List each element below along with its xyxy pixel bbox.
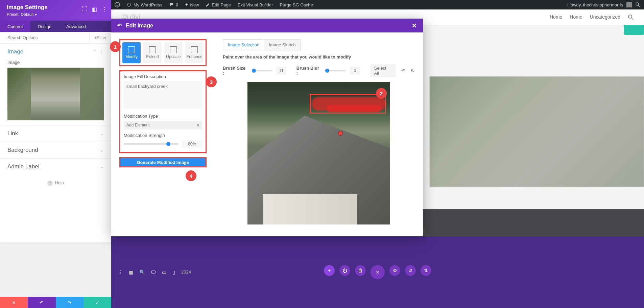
mode-enhance[interactable]: Enhance [185, 42, 204, 63]
bb-wireframe-icon[interactable]: ▦ [129, 269, 133, 275]
section-background[interactable]: Background⌄ [0, 142, 111, 158]
mode-modify[interactable]: Modify [122, 42, 141, 63]
wp-edit-label: Edit Page [212, 2, 231, 7]
help-icon: ? [47, 181, 53, 186]
sidebar-actions: ✕ ↶ ↷ ✓ [0, 297, 111, 308]
image-preview-thumb[interactable] [7, 68, 104, 120]
bb-phone-icon[interactable]: ▯ [172, 269, 175, 275]
footer-year: 2024 [181, 269, 191, 275]
bb-history[interactable]: ↺ [405, 265, 416, 276]
mod-strength-slider[interactable] [124, 143, 178, 145]
svg-point-0 [115, 2, 120, 7]
wp-exit-builder[interactable]: Exit Visual Builder [234, 0, 277, 9]
wp-exit-label: Exit Visual Builder [238, 2, 273, 7]
wp-logo[interactable] [111, 0, 123, 9]
close-icon[interactable]: ✕ [412, 22, 417, 29]
modal-header: ↶ Edit Image ✕ [111, 19, 423, 32]
brush-blur-label: Brush Blur : [296, 66, 321, 76]
panel-icon[interactable]: ◧ [92, 6, 97, 13]
bb-sort[interactable]: ⇅ [421, 265, 431, 276]
brush-controls: Brush Size : 11 Brush Blur : 0 Select Al… [223, 64, 415, 77]
section-image-label: Image [7, 48, 23, 55]
redo-button[interactable]: ↷ [56, 297, 84, 308]
back-icon[interactable]: ↶ [117, 22, 122, 29]
mod-strength-value: 80% [182, 140, 202, 148]
brush-blur-slider[interactable] [325, 70, 346, 71]
section-link[interactable]: Link⌄ [0, 125, 111, 142]
right-tabs: Image Selection Image Sketch [223, 39, 301, 50]
chevron-up-icon: ⌃ [93, 49, 96, 54]
nav-home-1[interactable]: Home [550, 14, 562, 20]
bb-trash[interactable]: 🗑 [355, 265, 366, 276]
bb-menu-icon[interactable]: ⋮ [118, 269, 123, 275]
section-image[interactable]: Image ⌃⋮ [0, 44, 111, 58]
desc-textarea[interactable] [124, 81, 202, 109]
wp-howdy[interactable]: Howdy, thechristophermorris [568, 2, 623, 7]
chevron-down-icon: ⌄ [100, 131, 104, 136]
wp-edit-page[interactable]: Edit Page [202, 0, 234, 9]
wp-new[interactable]: +New [182, 0, 202, 9]
help-link[interactable]: ?Help [0, 175, 111, 191]
bb-close[interactable]: ✕ [371, 265, 385, 279]
bb-gear[interactable]: ⚙ [389, 265, 400, 276]
bb-tablet-icon[interactable]: ▭ [162, 269, 166, 275]
brush-size-value: 11 [276, 67, 286, 75]
bb-add[interactable]: + [324, 265, 335, 276]
mod-type-select[interactable]: Add Element [124, 121, 202, 129]
undo-button[interactable]: ↶ [28, 297, 55, 308]
wp-comment-count: 0 [176, 2, 178, 7]
bb-desktop-icon[interactable]: 🖵 [151, 269, 156, 275]
page-image-preview [430, 76, 644, 187]
tab-content[interactable]: Content [0, 21, 30, 32]
preset-selector[interactable]: Preset: Default ▾ [7, 12, 104, 17]
generate-button[interactable]: Generate Modified Image [119, 157, 207, 167]
chevron-down-icon: ⌄ [100, 147, 104, 153]
wp-site-name: My WordPress [134, 2, 162, 7]
tab-advanced[interactable]: Advanced [59, 21, 93, 32]
callout-3: 3 [206, 76, 217, 87]
bb-zoom-icon[interactable]: 🔍 [139, 269, 145, 275]
svg-line-3 [638, 5, 640, 7]
tab-image-sketch[interactable]: Image Sketch [264, 40, 301, 50]
callout-1: 1 [110, 41, 121, 52]
module-action-strip [624, 25, 644, 35]
search-options-input[interactable] [0, 32, 89, 43]
canvas-redo-icon[interactable]: ↻ [411, 68, 415, 73]
wp-avatar[interactable] [626, 2, 632, 7]
tab-design[interactable]: Design [30, 21, 59, 32]
paint-canvas[interactable]: 2 [247, 82, 390, 224]
nav-search-icon[interactable] [628, 14, 634, 20]
modify-icon [128, 46, 135, 53]
wp-comments[interactable]: 0 [166, 0, 182, 9]
svg-point-4 [628, 15, 632, 18]
kebab-icon[interactable]: ⋮ [102, 6, 107, 13]
tab-image-selection[interactable]: Image Selection [223, 40, 264, 50]
brush-size-slider[interactable] [252, 70, 272, 71]
section-kebab-icon[interactable]: ⋮ [100, 49, 104, 54]
wp-purge-cache[interactable]: Purge SG Cache [277, 0, 316, 9]
filter-button[interactable]: + Filter [89, 32, 111, 43]
extend-icon [149, 46, 156, 53]
modal-title: Edit Image [126, 23, 153, 29]
mode-upscale[interactable]: Upscale [164, 42, 183, 63]
svg-point-1 [127, 3, 131, 6]
wp-purge-label: Purge SG Cache [280, 2, 313, 7]
select-all-button[interactable]: Select All [370, 64, 396, 77]
save-button[interactable]: ✓ [84, 297, 111, 308]
mode-extend[interactable]: Extend [143, 42, 162, 63]
discard-button[interactable]: ✕ [0, 297, 28, 308]
callout-2: 2 [376, 88, 387, 99]
wp-admin-bar: My WordPress 0 +New Edit Page Exit Visua… [111, 0, 644, 9]
bb-power[interactable]: ⏻ [339, 265, 350, 276]
section-admin-label[interactable]: Admin Label⌄ [0, 158, 111, 175]
nav-uncategorized[interactable]: Uncategorized [590, 14, 620, 20]
expand-icon[interactable]: ⛶ [82, 6, 87, 13]
canvas-undo-icon[interactable]: ↶ [401, 68, 405, 73]
wp-site-link[interactable]: My WordPress [123, 0, 166, 9]
wp-new-label: New [190, 2, 199, 7]
nav-home-2[interactable]: Home [570, 14, 582, 20]
desc-label: Image Fill Description [124, 74, 202, 79]
search-icon[interactable] [635, 2, 641, 7]
brush-size-label: Brush Size : [223, 66, 248, 76]
canvas-house [263, 194, 357, 224]
